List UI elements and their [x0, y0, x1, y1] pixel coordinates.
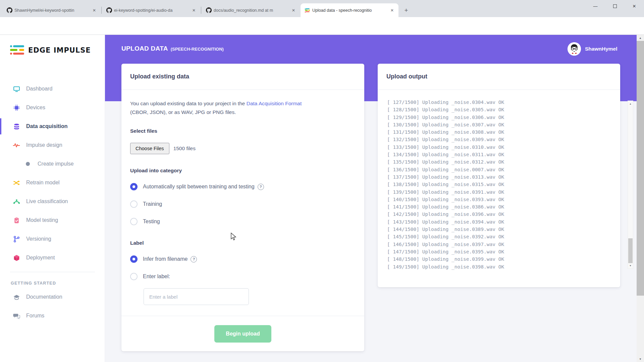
card-footer: Begin upload	[121, 316, 364, 351]
radio-infer-from-filename[interactable]: Infer from filename ?	[130, 255, 356, 263]
tab-github-2[interactable]: ei-keyword-spotting/ei-audio-da ✕	[102, 3, 200, 17]
data-acquisition-format-link[interactable]: Data Acquisition Format	[247, 101, 302, 106]
log-line: [ 143/1500] Uploading _noise.0394.wav OK	[387, 218, 605, 226]
log-line: [ 142/1500] Uploading _noise.0396.wav OK	[387, 210, 605, 218]
file-row: Choose Files 1500 files	[130, 143, 356, 154]
radio-testing[interactable]: Testing	[130, 217, 356, 226]
tab-title: Upload data - speech-recognitio	[312, 8, 387, 13]
help-icon[interactable]: ?	[191, 256, 197, 262]
log-line: [ 148/1500] Uploading _noise.0399.wav OK	[387, 255, 605, 263]
new-tab-button[interactable]: +	[402, 6, 411, 15]
sidebar-item-data-acquisition[interactable]: Data acquisition	[0, 117, 105, 136]
close-window-button[interactable]: ✕	[625, 0, 644, 12]
log-scrollbar-thumb[interactable]	[628, 238, 633, 263]
log-line: [ 139/1500] Uploading _noise.0391.wav OK	[387, 188, 605, 196]
sidebar-item-model-testing[interactable]: Model testing	[0, 211, 105, 230]
sidebar-item-retrain-model[interactable]: Retrain model	[0, 173, 105, 192]
log-line: [ 135/1500] Uploading _noise.0312.wav OK	[387, 158, 605, 166]
log-line: [ 137/1500] Uploading _noise.0313.wav OK	[387, 173, 605, 181]
user-chip[interactable]: ShawnHymel	[568, 42, 617, 56]
radio-auto-split[interactable]: Automatically split between training and…	[130, 182, 356, 191]
sidebar-item-documentation[interactable]: Documentation	[0, 288, 105, 306]
sidebar-item-devices[interactable]: Devices	[0, 98, 105, 117]
log-line: [ 134/1500] Uploading _noise.0311.wav OK	[387, 151, 605, 158]
scroll-up-icon[interactable]: ▲	[628, 101, 633, 106]
log-scrollbar[interactable]: ▲ ▼	[628, 101, 633, 269]
sidebar-item-create-impulse[interactable]: Create impulse	[0, 155, 105, 173]
select-files-label: Select files	[130, 128, 356, 134]
close-tab-icon[interactable]: ✕	[290, 7, 297, 13]
maximize-button[interactable]	[605, 0, 625, 12]
label-section-label: Label	[130, 240, 356, 246]
log-line: [ 127/1500] Uploading _noise.0304.wav OK	[387, 99, 605, 106]
log-line: [ 141/1500] Uploading _noise.0386.wav OK	[387, 203, 605, 210]
tab-title: ei-keyword-spotting/ei-audio-da	[114, 8, 189, 13]
intro-text: You can upload existing data to your pro…	[130, 99, 356, 117]
page-title: UPLOAD DATA	[121, 45, 168, 52]
edge-impulse-logo[interactable]: EDGE IMPULSE	[10, 45, 91, 56]
sidebar-item-deployment[interactable]: Deployment	[0, 248, 105, 267]
sidebar-item-impulse-design[interactable]: Impulse design	[0, 136, 105, 155]
cube-icon	[13, 254, 20, 261]
card-header: Upload existing data	[121, 64, 364, 90]
sidebar-item-forums[interactable]: Forums	[0, 306, 105, 325]
sidebar: EDGE IMPULSE Dashboard Devices Data acqu…	[0, 35, 105, 362]
sidebar-item-versioning[interactable]: Versioning	[0, 230, 105, 248]
radio-button[interactable]	[130, 200, 138, 208]
log-line: [ 133/1500] Uploading _noise.0310.wav OK	[387, 143, 605, 151]
log-line: [ 140/1500] Uploading _noise.0393.wav OK	[387, 196, 605, 203]
monitor-icon	[13, 85, 20, 93]
log-line: [ 131/1500] Uploading _noise.0308.wav OK	[387, 128, 605, 136]
radio-button[interactable]	[130, 218, 138, 225]
close-tab-icon[interactable]: ✕	[91, 7, 97, 13]
tab-github-3[interactable]: docs/audio_recognition.md at m ✕	[202, 3, 300, 17]
radio-enter-label[interactable]: Enter label:	[130, 272, 356, 281]
close-tab-icon[interactable]: ✕	[191, 7, 197, 13]
files-count: 1500 files	[173, 145, 196, 152]
user-name: ShawnHymel	[585, 46, 617, 52]
log-line: [ 146/1500] Uploading _noise.0397.wav OK	[387, 241, 605, 248]
log-line: [ 128/1500] Uploading _noise.0305.wav OK	[387, 106, 605, 113]
bullet-icon	[24, 160, 32, 168]
github-icon	[206, 7, 212, 13]
tab-title: docs/audio_recognition.md at m	[214, 8, 288, 13]
upload-log: [ 127/1500] Uploading _noise.0304.wav OK…	[378, 90, 620, 270]
help-icon[interactable]: ?	[258, 184, 264, 190]
tab-separator	[101, 7, 102, 14]
sidebar-item-live-classification[interactable]: Live classification	[0, 192, 105, 211]
close-tab-icon[interactable]: ✕	[389, 7, 395, 13]
radio-training[interactable]: Training	[130, 200, 356, 208]
scroll-down-icon[interactable]: ▼	[628, 263, 633, 268]
log-line: [ 149/1500] Uploading _noise.0398.wav OK	[387, 263, 605, 270]
sidebar-item-dashboard[interactable]: Dashboard	[0, 79, 105, 98]
log-line: [ 144/1500] Uploading _noise.0389.wav OK	[387, 226, 605, 233]
label-input[interactable]	[144, 288, 249, 305]
tab-upload-data-active[interactable]: Upload data - speech-recognitio ✕	[301, 3, 398, 17]
sidebar-section-label: GETTING STARTED	[0, 272, 105, 288]
scroll-down-icon[interactable]: ▼	[637, 356, 644, 362]
card-title: Upload output	[386, 73, 427, 80]
github-icon	[106, 7, 112, 13]
log-line: [ 138/1500] Uploading _noise.0315.wav OK	[387, 181, 605, 188]
begin-upload-button[interactable]: Begin upload	[214, 325, 271, 343]
mouse-cursor	[231, 233, 238, 241]
tab-strip: ShawnHymel/ei-keyword-spottin ✕ ei-keywo…	[0, 0, 644, 17]
git-branch-icon	[13, 235, 20, 243]
tab-github-1[interactable]: ShawnHymel/ei-keyword-spottin ✕	[3, 3, 101, 17]
radio-button-checked[interactable]	[130, 255, 138, 263]
page-scrollbar[interactable]: ▲ ▼	[637, 35, 644, 362]
radio-button-checked[interactable]	[130, 183, 138, 190]
scroll-up-icon[interactable]: ▲	[637, 35, 644, 41]
log-line: [ 129/1500] Uploading _noise.0306.wav OK	[387, 114, 605, 121]
card-title: Upload existing data	[130, 73, 189, 80]
log-line: [ 132/1500] Uploading _noise.0309.wav OK	[387, 136, 605, 143]
intro-line2: (CBOR, JSON), or as WAV, JPG or PNG file…	[130, 109, 236, 115]
page-scrollbar-thumb[interactable]	[637, 41, 644, 296]
log-line: [ 136/1500] Uploading _noise.0007.wav OK	[387, 166, 605, 173]
choose-files-button[interactable]: Choose Files	[130, 143, 169, 154]
minimize-button[interactable]: —	[586, 0, 605, 12]
log-line: [ 147/1500] Uploading _noise.0395.wav OK	[387, 248, 605, 255]
radio-button[interactable]	[130, 273, 138, 280]
tab-separator	[201, 7, 201, 14]
clipboard-check-icon	[13, 217, 20, 224]
